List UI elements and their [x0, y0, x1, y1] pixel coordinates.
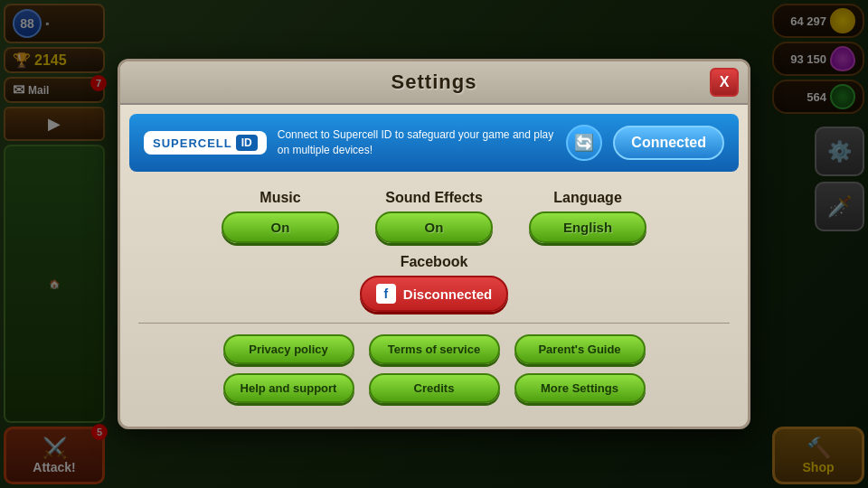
settings-modal: Settings X SUPERCELL ID Connect to Super… [118, 59, 750, 429]
sound-effects-toggle[interactable]: On [375, 211, 493, 243]
facebook-f: f [383, 286, 388, 301]
music-value: On [271, 220, 290, 235]
facebook-label: Facebook [401, 254, 468, 270]
modal-header: Settings X [120, 61, 748, 105]
facebook-button[interactable]: f Disconnected [360, 276, 508, 312]
connected-label: Connected [631, 135, 706, 150]
terms-of-service-label: Terms of service [388, 343, 480, 356]
parents-guide-button[interactable]: Parent's Guide [514, 334, 646, 364]
sound-effects-value: On [425, 220, 444, 235]
supercell-brand: SUPERCELL [153, 136, 232, 150]
credits-button[interactable]: Credits [369, 373, 500, 403]
settings-content: Music On Sound Effects On Language Engli… [120, 181, 748, 427]
close-button[interactable]: X [710, 68, 739, 97]
parents-guide-label: Parent's Guide [538, 343, 620, 356]
facebook-status: Disconnected [403, 286, 492, 302]
supercell-id-label: ID [241, 136, 252, 149]
more-settings-label: More Settings [541, 381, 618, 395]
facebook-logo: f [376, 284, 396, 304]
language-value: English [563, 220, 612, 235]
music-setting: Music On [212, 190, 348, 243]
divider [138, 323, 730, 324]
credits-label: Credits [414, 381, 455, 395]
language-select[interactable]: English [529, 211, 646, 243]
modal-title: Settings [392, 70, 477, 94]
music-toggle[interactable]: On [222, 211, 339, 243]
settings-row-1: Music On Sound Effects On Language Engli… [138, 190, 730, 243]
bottom-buttons-row-2: Help and support Credits More Settings [138, 373, 730, 403]
refresh-button[interactable]: 🔄 [566, 125, 602, 161]
language-label: Language [553, 190, 622, 206]
music-label: Music [259, 190, 300, 206]
more-settings-button[interactable]: More Settings [514, 373, 646, 403]
privacy-policy-label: Privacy policy [249, 343, 327, 356]
settings-row-2: Facebook f Disconnected [138, 254, 730, 312]
supercell-description: Connect to Supercell ID to safeguard you… [278, 127, 556, 158]
connected-button[interactable]: Connected [613, 126, 724, 160]
terms-of-service-button[interactable]: Terms of service [369, 334, 500, 364]
language-setting: Language English [520, 190, 656, 243]
supercell-logo: SUPERCELL ID [144, 131, 267, 155]
supercell-bar: SUPERCELL ID Connect to Supercell ID to … [129, 114, 739, 172]
bottom-buttons-row-1: Privacy policy Terms of service Parent's… [138, 334, 730, 364]
help-support-label: Help and support [241, 381, 337, 395]
sound-effects-label: Sound Effects [385, 190, 483, 206]
sound-effects-setting: Sound Effects On [366, 190, 502, 243]
supercell-id-badge: ID [236, 135, 258, 151]
close-label: X [720, 74, 730, 90]
help-support-button[interactable]: Help and support [223, 373, 354, 403]
facebook-setting: Facebook f Disconnected [360, 254, 508, 312]
privacy-policy-button[interactable]: Privacy policy [223, 334, 354, 364]
